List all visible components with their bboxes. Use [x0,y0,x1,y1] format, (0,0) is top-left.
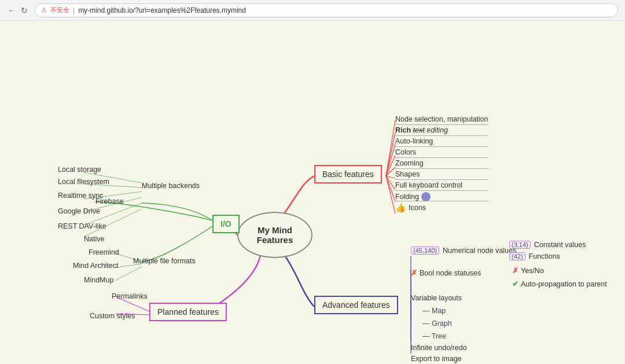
infinite-undo-label: Infinite undo/redo [411,344,467,352]
infinite-undo[interactable]: Infinite undo/redo [411,344,467,352]
security-icon: ⚠ [41,6,47,14]
icons-label: Icons [409,204,426,212]
zooming-label: Zooming [395,159,424,167]
svg-line-7 [386,176,395,201]
back-button[interactable]: ← [7,6,16,15]
full-keyboard-control[interactable]: Full keyboard control [395,181,488,191]
svg-line-17 [116,267,142,280]
yes-no-x-icon: ✗ [512,266,519,275]
rich-text-editing[interactable]: Rich text editing [395,126,488,136]
numerical-badge: (45,140) [411,247,439,255]
url-text: my-mind.github.io/?url=examples%2Ffeatur… [78,6,246,14]
map-label: — Map [422,307,446,315]
basic-features-label: Basic features [322,170,374,179]
svg-line-3 [386,156,395,176]
constant-values[interactable]: (3,14) Constant values [509,241,586,249]
functions-label: Functions [529,252,560,260]
basic-features-node[interactable]: Basic features [314,165,382,183]
folding[interactable]: Folding [395,192,488,201]
yes-no[interactable]: ✗ Yes/No [512,266,544,275]
bool-label: Bool node statuses [420,269,481,277]
tree-layout[interactable]: — Tree [422,332,446,340]
node-selection-label: Node selection, manipulation [395,115,488,123]
io-label: I/O [220,219,231,229]
svg-line-8 [386,176,395,214]
colors[interactable]: Colors [395,148,488,158]
numerical-label: Numerical node values [443,247,516,255]
multiple-backends-label[interactable]: Multiple backends [142,182,200,190]
numerical-node-values[interactable]: (45,140) Numerical node values [411,247,516,255]
native[interactable]: Native [84,235,104,243]
constant-badge: (3,14) [509,241,531,249]
advanced-features-node[interactable]: Advanced features [314,296,398,314]
shapes[interactable]: Shapes [395,170,488,180]
export-to-image[interactable]: Export to image [411,355,462,363]
node-selection[interactable]: Node selection, manipulation [395,115,488,125]
advanced-features-label: Advanced features [322,300,390,310]
folding-label: Folding [395,193,419,201]
map-layout[interactable]: — Map [422,307,446,315]
multiple-backends-text: Multiple backends [142,182,200,190]
custom-styles[interactable]: Custom styles [90,312,135,320]
auto-propagation[interactable]: ✔ Auto-propagation to parent [512,280,607,288]
colors-label: Colors [395,148,416,156]
constant-label: Constant values [534,241,586,249]
zooming[interactable]: Zooming [395,159,488,169]
planned-features-label: Planned features [157,307,219,317]
svg-line-2 [386,144,395,176]
auto-propagation-label: Auto-propagation to parent [521,280,607,288]
svg-line-0 [386,120,395,176]
export-label: Export to image [411,355,462,363]
auto-linking[interactable]: Auto-linking [395,137,488,147]
multiple-formats-label[interactable]: Multiple file formats [133,257,196,265]
full-keyboard-label: Full keyboard control [395,181,462,189]
freemind[interactable]: Freemind [89,248,119,256]
planned-features-node[interactable]: Planned features [149,303,227,321]
mindmup[interactable]: MindMup [84,276,113,284]
functions[interactable]: (42) Functions [509,252,560,260]
bool-x-icon: ✗ [411,269,417,277]
svg-line-4 [386,167,395,176]
thumbs-up-icon: 👍 [395,203,406,213]
svg-line-1 [386,133,395,176]
folding-badge-icon [421,192,431,201]
permalinks[interactable]: Permalinks [112,292,148,300]
address-bar[interactable]: ⚠ 不安全 | my-mind.github.io/?url=examples%… [35,3,618,17]
mind-architect[interactable]: Mind Architect [73,262,119,270]
tree-label: — Tree [422,332,446,340]
browser-bar: ← ↻ ⚠ 不安全 | my-mind.github.io/?url=examp… [0,0,625,21]
rest-dav-like[interactable]: REST DAV-like [58,222,106,230]
variable-layouts-label: Variable layouts [411,294,462,302]
bool-node-statuses[interactable]: ✗ Bool node statuses [411,269,481,277]
rich-text-label: Rich text editing [395,126,448,134]
google-drive[interactable]: Google Drive [58,207,100,215]
shapes-label: Shapes [395,170,420,178]
center-node[interactable]: My MindFeatures [237,212,312,258]
local-filesystem[interactable]: Local filesystem [58,178,109,186]
graph-label: — Graph [422,319,452,328]
svg-line-6 [386,176,395,190]
center-node-label: My MindFeatures [257,225,293,245]
functions-badge: (42) [509,252,525,260]
security-text: 不安全 [50,6,69,14]
mindmap-canvas: My MindFeatures Basic features Advanced … [0,21,625,364]
reload-button[interactable]: ↻ [20,6,29,15]
yes-no-label: Yes/No [521,267,544,275]
io-node[interactable]: I/O [212,215,240,233]
local-storage[interactable]: Local storage [58,166,101,174]
browser-controls: ← ↻ [7,6,29,15]
graph-layout[interactable]: — Graph [422,319,452,328]
basic-features-children: Node selection, manipulation Rich text e… [395,115,488,214]
realtime-sync[interactable]: Realtime sync [58,192,104,200]
variable-layouts[interactable]: Variable layouts [411,294,462,302]
svg-line-5 [386,176,395,178]
auto-linking-label: Auto-linking [395,137,433,145]
separator: | [73,6,75,14]
icons[interactable]: 👍 Icons [395,203,488,213]
auto-propagation-check-icon: ✔ [512,280,519,288]
